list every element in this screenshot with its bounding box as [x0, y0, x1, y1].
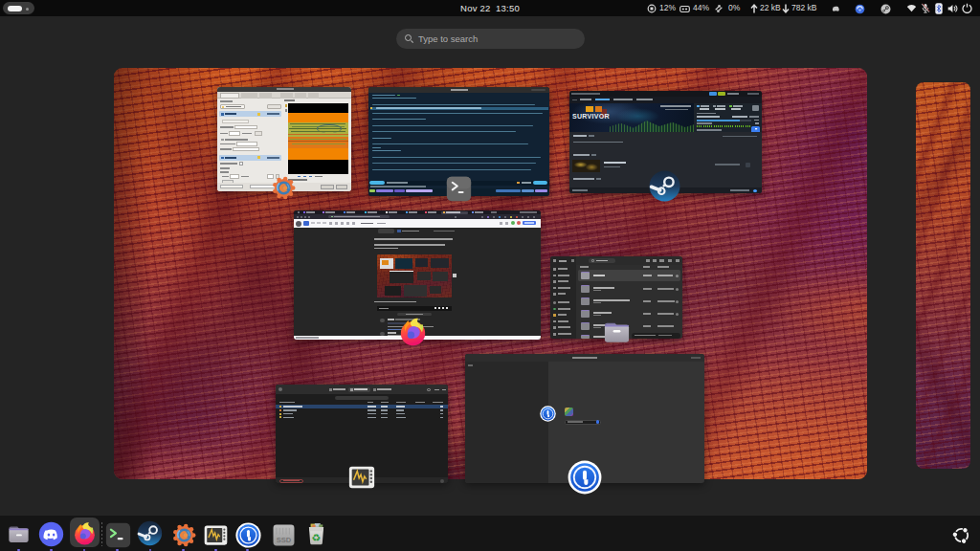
svg-text:SSD: SSD	[277, 536, 292, 544]
svg-text:♻: ♻	[312, 532, 322, 543]
